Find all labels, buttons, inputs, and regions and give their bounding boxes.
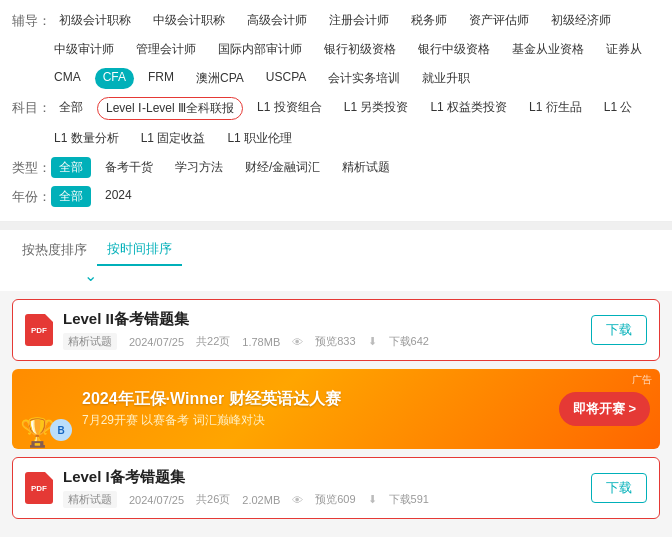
filter-tag-zichan-guji[interactable]: 资产评估师 (461, 10, 537, 31)
resource-pages-2: 共26页 (196, 492, 230, 507)
filter-items-year: 全部 2024 (51, 184, 660, 207)
filter-tag-yinhang-chuji[interactable]: 银行初级资格 (316, 39, 404, 60)
filter-tag-cfa[interactable]: CFA (95, 68, 134, 89)
filter-tag-zhuce-kuaiji[interactable]: 注册会计师 (321, 10, 397, 31)
ad-banner[interactable]: 广告 🏆 B 2024年正保·Winner 财经英语达人赛 7月29开赛 以赛备… (12, 369, 660, 449)
filter-items-row3: CMA CFA FRM 澳洲CPA USCPA 会计实务培训 就业升职 (46, 66, 660, 89)
label-kemu: 科目： (12, 99, 51, 117)
filter-items-type: 全部 备考干货 学习方法 财经/金融词汇 精析试题 (51, 155, 660, 178)
filter-row-fudao-3: CMA CFA FRM 澳洲CPA USCPA 会计实务培训 就业升职 (12, 66, 660, 89)
filter-items-row5: L1 数量分析 L1 固定收益 L1 职业伦理 (46, 126, 660, 149)
filter-row-year: 年份： 全部 2024 (12, 184, 660, 207)
resource-size-1: 1.78MB (242, 336, 280, 348)
label-year: 年份： (12, 188, 51, 206)
label-fudao: 辅导： (12, 12, 51, 30)
resource-info-1: Level II备考错题集 精析试题 2024/07/25 共22页 1.78M… (63, 310, 429, 350)
filter-tag-cma[interactable]: CMA (46, 68, 89, 89)
filter-tag-type-jingxi[interactable]: 精析试题 (334, 157, 398, 178)
filter-tag-L1-touzi-zuhe[interactable]: L1 投资组合 (249, 97, 330, 120)
filter-tag-aocpa[interactable]: 澳洲CPA (188, 68, 252, 89)
ad-cta-button[interactable]: 即将开赛 > (559, 392, 650, 426)
filter-tag-yinhang-zhongji[interactable]: 银行中级资格 (410, 39, 498, 60)
resource-meta-tag-2: 精析试题 (63, 491, 117, 508)
download-icon-2: ⬇ (368, 493, 377, 506)
filter-tag-jiuye-shengzhi[interactable]: 就业升职 (414, 68, 478, 89)
medal-icon: B (50, 419, 72, 441)
filter-tag-zhongji-shen[interactable]: 中级审计师 (46, 39, 122, 60)
resource-downloads-2: 下载591 (389, 492, 429, 507)
resource-views-1: 预览833 (315, 334, 355, 349)
resource-title-1: Level II备考错题集 (63, 310, 429, 329)
filter-tag-type-xuexi[interactable]: 学习方法 (167, 157, 231, 178)
resource-date-2: 2024/07/25 (129, 494, 184, 506)
sort-by-time[interactable]: 按时间排序 (97, 234, 182, 266)
filter-row-fudao-1: 辅导： 初级会计职称 中级会计职称 高级会计师 注册会计师 税务师 资产评估师 … (12, 8, 660, 31)
filter-tag-level1-3[interactable]: Level Ⅰ-Level Ⅲ全科联报 (97, 97, 243, 120)
filter-items-row1: 初级会计职称 中级会计职称 高级会计师 注册会计师 税务师 资产评估师 初级经济… (51, 8, 660, 31)
filter-tag-L1-guding-shouy[interactable]: L1 固定收益 (133, 128, 214, 149)
download-icon-1: ⬇ (368, 335, 377, 348)
filter-tag-L1-shujufenxi[interactable]: L1 数量分析 (46, 128, 127, 149)
filter-tag-kuaiji-peixun[interactable]: 会计实务培训 (320, 68, 408, 89)
pdf-icon-1: PDF (25, 314, 53, 346)
filter-tag-gaoji-kuaiji[interactable]: 高级会计师 (239, 10, 315, 31)
resource-card-1: PDF Level II备考错题集 精析试题 2024/07/25 共22页 1… (12, 299, 660, 361)
ad-label: 广告 (632, 373, 652, 387)
filter-tag-shuiwu-shi[interactable]: 税务师 (403, 10, 455, 31)
section-divider (0, 222, 672, 230)
resource-size-2: 2.02MB (242, 494, 280, 506)
filter-section: 辅导： 初级会计职称 中级会计职称 高级会计师 注册会计师 税务师 资产评估师 … (0, 0, 672, 222)
filter-tag-type-quanbu[interactable]: 全部 (51, 157, 91, 178)
filter-items-row4: 全部 Level Ⅰ-Level Ⅲ全科联报 L1 投资组合 L1 另类投资 L… (51, 95, 660, 120)
filter-tag-L1-quyi-touzi[interactable]: L1 权益类投资 (422, 97, 515, 120)
resource-meta-1: 精析试题 2024/07/25 共22页 1.78MB 👁 预览833 ⬇ 下载… (63, 333, 429, 350)
filter-row-kemu-2: L1 数量分析 L1 固定收益 L1 职业伦理 (12, 126, 660, 149)
filter-tag-uscpa[interactable]: USCPA (258, 68, 314, 89)
resource-card-inner-1: PDF Level II备考错题集 精析试题 2024/07/25 共22页 1… (25, 310, 591, 350)
filter-tag-L1-ling-touzi[interactable]: L1 另类投资 (336, 97, 417, 120)
resource-title-2: Level I备考错题集 (63, 468, 429, 487)
sort-indicator: ⌄ (84, 266, 97, 285)
filter-items-row2: 中级审计师 管理会计师 国际内部审计师 银行初级资格 银行中级资格 基金从业资格… (46, 37, 660, 60)
filter-tag-L1-gong[interactable]: L1 公 (596, 97, 641, 120)
resource-date-1: 2024/07/25 (129, 336, 184, 348)
resource-meta-2: 精析试题 2024/07/25 共26页 2.02MB 👁 预览609 ⬇ 下载… (63, 491, 429, 508)
filter-tag-year-quanbu[interactable]: 全部 (51, 186, 91, 207)
resource-info-2: Level I备考错题集 精析试题 2024/07/25 共26页 2.02MB… (63, 468, 429, 508)
download-button-1[interactable]: 下载 (591, 315, 647, 345)
filter-tag-guoji-neibu[interactable]: 国际内部审计师 (210, 39, 310, 60)
filter-tag-type-caijin[interactable]: 财经/金融词汇 (237, 157, 328, 178)
resource-list: PDF Level II备考错题集 精析试题 2024/07/25 共22页 1… (0, 299, 672, 519)
ad-title: 2024年正保·Winner 财经英语达人赛 (82, 389, 341, 410)
view-icon-2: 👁 (292, 494, 303, 506)
resource-meta-tag-1: 精析试题 (63, 333, 117, 350)
filter-tag-jijin-congye[interactable]: 基金从业资格 (504, 39, 592, 60)
filter-tag-chuji-kuaiji[interactable]: 初级会计职称 (51, 10, 139, 31)
filter-tag-frm[interactable]: FRM (140, 68, 182, 89)
filter-tag-guanli-kuaiji[interactable]: 管理会计师 (128, 39, 204, 60)
filter-row-type: 类型： 全部 备考干货 学习方法 财经/金融词汇 精析试题 (12, 155, 660, 178)
filter-row-kemu-1: 科目： 全部 Level Ⅰ-Level Ⅲ全科联报 L1 投资组合 L1 另类… (12, 95, 660, 120)
filter-tag-type-beikao[interactable]: 备考干货 (97, 157, 161, 178)
filter-tag-quanbu-kemu[interactable]: 全部 (51, 97, 91, 120)
filter-tag-chuji-jingji[interactable]: 初级经济师 (543, 10, 619, 31)
filter-row-fudao-2: 中级审计师 管理会计师 国际内部审计师 银行初级资格 银行中级资格 基金从业资格… (12, 37, 660, 60)
filter-tag-L1-yanshu[interactable]: L1 衍生品 (521, 97, 590, 120)
resource-downloads-1: 下载642 (389, 334, 429, 349)
filter-tag-L1-zhiye-lunli[interactable]: L1 职业伦理 (219, 128, 300, 149)
label-type: 类型： (12, 159, 51, 177)
filter-tag-zhongji-kuaiji[interactable]: 中级会计职称 (145, 10, 233, 31)
filter-tag-zhengquan-congye[interactable]: 证券从 (598, 39, 650, 60)
download-button-2[interactable]: 下载 (591, 473, 647, 503)
view-icon-1: 👁 (292, 336, 303, 348)
filter-tag-year-2024[interactable]: 2024 (97, 186, 140, 207)
sort-by-hot[interactable]: 按热度排序 (12, 235, 97, 265)
ad-subtitle: 7月29开赛 以赛备考 词汇巅峰对决 (82, 412, 265, 429)
resource-views-2: 预览609 (315, 492, 355, 507)
pdf-icon-2: PDF (25, 472, 53, 504)
resource-pages-1: 共22页 (196, 334, 230, 349)
resource-card-2: PDF Level I备考错题集 精析试题 2024/07/25 共26页 2.… (12, 457, 660, 519)
resource-card-inner-2: PDF Level I备考错题集 精析试题 2024/07/25 共26页 2.… (25, 468, 591, 508)
